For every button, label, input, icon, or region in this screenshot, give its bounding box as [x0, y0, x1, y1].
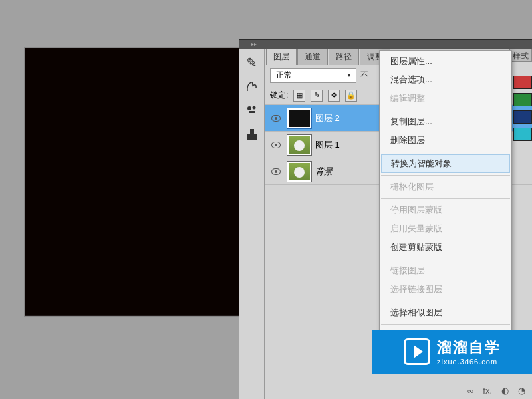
adjustment-icon[interactable]: ◔	[518, 386, 525, 396]
tab-layers[interactable]: 图层	[266, 49, 297, 65]
tab-paths[interactable]: 路径	[329, 49, 359, 65]
blend-mode-select[interactable]: 正常	[270, 68, 356, 83]
svg-point-0	[247, 106, 251, 110]
swatch-green[interactable]	[513, 93, 532, 106]
layer-thumbnail[interactable]	[287, 162, 311, 182]
watermark-title: 溜溜自学	[437, 338, 501, 358]
svg-rect-2	[249, 111, 255, 113]
menu-layer-properties[interactable]: 图层属性...	[380, 52, 511, 70]
menu-rasterize: 栅格化图层	[380, 178, 511, 196]
color-swatch-strip	[513, 72, 532, 141]
menu-create-clipping-mask[interactable]: 创建剪贴蒙版	[380, 238, 511, 257]
menu-separator	[381, 198, 510, 199]
visibility-toggle[interactable]	[269, 158, 283, 184]
watermark-subtitle: zixue.3d66.com	[437, 358, 501, 366]
stamp-icon[interactable]	[243, 125, 261, 144]
collapse-triangle-icon: ▸▸	[251, 41, 257, 47]
menu-separator	[381, 152, 510, 152]
menu-separator	[381, 110, 510, 110]
brush-icon[interactable]	[243, 77, 261, 96]
watermark-badge: 溜溜自学 zixue.3d66.com	[372, 330, 532, 374]
tool-3-icon[interactable]	[243, 101, 261, 120]
swatch-red[interactable]	[513, 76, 532, 89]
tab-styles[interactable]: 样式	[509, 49, 532, 62]
layers-footer: ∞ fx. ◐ ◔	[265, 382, 532, 399]
menu-duplicate-layer[interactable]: 复制图层...	[380, 112, 511, 131]
swatch-cyan[interactable]	[513, 128, 532, 141]
menu-separator	[381, 301, 510, 301]
layer-name-label[interactable]: 图层 2	[315, 112, 340, 124]
lock-transparency-icon[interactable]: ▦	[293, 90, 305, 102]
layer-context-menu: 图层属性... 混合选项... 编辑调整 复制图层... 删除图层 转换为智能对…	[379, 50, 512, 347]
menu-delete-layer[interactable]: 删除图层	[380, 131, 511, 150]
menu-select-similar[interactable]: 选择相似图层	[380, 303, 511, 322]
eye-icon	[271, 142, 281, 148]
svg-rect-3	[250, 129, 254, 134]
tool-column: ✎	[239, 49, 265, 399]
layer-name-label[interactable]: 图层 1	[315, 139, 340, 151]
eye-icon	[271, 168, 281, 175]
play-icon	[404, 338, 430, 365]
panel-grip[interactable]: ▸▸	[239, 40, 532, 48]
visibility-toggle[interactable]	[269, 132, 283, 158]
tab-channels[interactable]: 通道	[297, 49, 328, 65]
svg-rect-4	[247, 134, 257, 138]
lock-position-icon[interactable]: ✥	[328, 90, 340, 102]
layer-thumbnail[interactable]	[287, 108, 311, 128]
swatch-blue[interactable]	[513, 110, 532, 124]
menu-separator	[381, 259, 510, 259]
layer-thumbnail[interactable]	[287, 135, 311, 155]
lock-pixels-icon[interactable]: ✎	[311, 90, 323, 102]
svg-rect-5	[247, 138, 257, 140]
menu-separator	[381, 324, 510, 325]
layer-name-label[interactable]: 背景	[315, 166, 332, 178]
fx-icon[interactable]: fx.	[483, 386, 492, 396]
opacity-label: 不	[360, 70, 368, 81]
menu-select-linked: 选择链接图层	[380, 280, 511, 299]
menu-link-layers: 链接图层	[380, 261, 511, 280]
watermark-text: 溜溜自学 zixue.3d66.com	[437, 338, 501, 366]
document-canvas[interactable]	[24, 47, 241, 317]
lock-label: 锁定:	[270, 90, 288, 101]
menu-edit-adjustment: 编辑调整	[380, 89, 511, 108]
menu-separator	[381, 175, 510, 176]
visibility-toggle[interactable]	[269, 105, 283, 131]
svg-point-1	[252, 106, 255, 110]
menu-disable-layer-mask: 停用图层蒙版	[380, 201, 511, 219]
eye-icon	[271, 115, 281, 122]
pencil-icon[interactable]: ✎	[243, 53, 261, 72]
menu-enable-vector-mask: 启用矢量蒙版	[380, 219, 511, 238]
lock-all-icon[interactable]: 🔒	[345, 90, 357, 102]
link-icon[interactable]: ∞	[467, 386, 473, 396]
menu-convert-smart-object[interactable]: 转换为智能对象	[381, 154, 510, 173]
menu-blend-options[interactable]: 混合选项...	[380, 70, 511, 89]
mask-icon[interactable]: ◐	[501, 386, 509, 396]
